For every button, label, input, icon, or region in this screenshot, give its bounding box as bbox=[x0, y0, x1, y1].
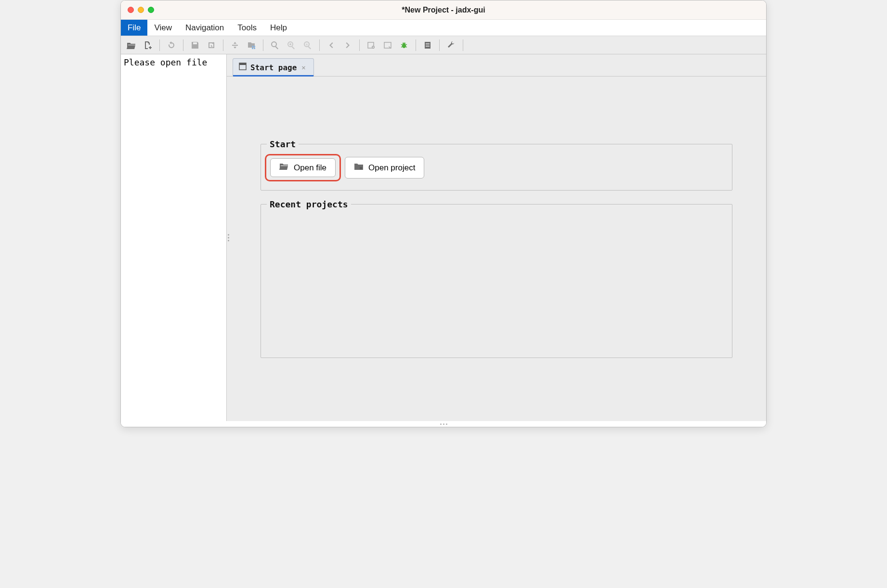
tab-start-page[interactable]: Start page ✕ bbox=[233, 58, 314, 76]
menu-file[interactable]: File bbox=[121, 20, 147, 36]
add-files-icon[interactable] bbox=[140, 38, 156, 52]
close-window-button[interactable] bbox=[128, 7, 134, 13]
reload-icon[interactable] bbox=[164, 38, 179, 52]
maximize-window-button[interactable] bbox=[148, 7, 154, 13]
window-title: *New Project - jadx-gui bbox=[402, 6, 485, 14]
open-file-highlight: Open file bbox=[265, 154, 341, 181]
toolbar-separator bbox=[263, 39, 263, 51]
app-window: *New Project - jadx-gui File View Naviga… bbox=[120, 0, 767, 427]
minimize-window-button[interactable] bbox=[138, 7, 144, 13]
tab-label: Start page bbox=[250, 63, 297, 72]
svg-point-11 bbox=[402, 43, 406, 48]
deobfuscate-icon[interactable] bbox=[364, 38, 379, 52]
search-comment-icon[interactable] bbox=[300, 38, 315, 52]
svg-rect-14 bbox=[239, 63, 246, 65]
open-file-button[interactable]: Open file bbox=[270, 158, 336, 177]
resize-handle-bottom[interactable] bbox=[121, 421, 766, 427]
log-icon[interactable] bbox=[420, 38, 435, 52]
settings-icon[interactable] bbox=[444, 38, 459, 52]
search-icon[interactable] bbox=[267, 38, 283, 52]
toolbar-separator bbox=[223, 39, 223, 51]
traffic-lights bbox=[128, 7, 154, 13]
svg-point-4 bbox=[272, 42, 276, 47]
toolbar-separator bbox=[183, 39, 183, 51]
start-section: Start Open file bbox=[261, 139, 732, 191]
forward-icon[interactable] bbox=[340, 38, 355, 52]
toolbar-separator bbox=[416, 39, 416, 51]
export-icon[interactable] bbox=[204, 38, 219, 52]
open-project-label: Open project bbox=[368, 163, 415, 173]
titlebar: *New Project - jadx-gui bbox=[121, 0, 766, 20]
toolbar-separator bbox=[159, 39, 160, 51]
folder-open-icon bbox=[279, 163, 289, 173]
svg-rect-0 bbox=[252, 46, 253, 47]
flatten-packages-icon[interactable] bbox=[244, 38, 259, 52]
back-icon[interactable] bbox=[324, 38, 339, 52]
open-file-label: Open file bbox=[294, 163, 326, 173]
close-tab-icon[interactable]: ✕ bbox=[300, 64, 306, 71]
svg-rect-3 bbox=[254, 48, 255, 49]
content-area: Start page ✕ Start Open file bbox=[227, 54, 766, 421]
sync-icon[interactable] bbox=[227, 38, 243, 52]
open-file-icon[interactable] bbox=[124, 38, 139, 52]
start-section-legend: Start bbox=[267, 139, 299, 149]
toolbar-separator bbox=[463, 39, 463, 51]
folder-project-icon bbox=[354, 163, 364, 173]
split-handle[interactable] bbox=[228, 234, 229, 242]
open-project-button[interactable]: Open project bbox=[345, 157, 424, 179]
svg-point-6 bbox=[289, 43, 291, 45]
save-icon[interactable] bbox=[187, 38, 203, 52]
search-class-icon[interactable] bbox=[284, 38, 299, 52]
main-body: Please open file Start page ✕ Start bbox=[121, 54, 766, 421]
svg-rect-1 bbox=[254, 46, 255, 47]
sidebar-placeholder: Please open file bbox=[121, 54, 226, 70]
debug-icon[interactable] bbox=[396, 38, 412, 52]
svg-rect-2 bbox=[252, 48, 253, 49]
menubar: File View Navigation Tools Help bbox=[121, 20, 766, 36]
recent-projects-section: Recent projects bbox=[261, 199, 732, 358]
menu-help[interactable]: Help bbox=[263, 20, 294, 36]
menu-navigation[interactable]: Navigation bbox=[179, 20, 231, 36]
recent-projects-legend: Recent projects bbox=[267, 199, 351, 209]
svg-rect-15 bbox=[360, 167, 362, 169]
quark-icon[interactable] bbox=[380, 38, 395, 52]
menu-tools[interactable]: Tools bbox=[231, 20, 263, 36]
toolbar-separator bbox=[359, 39, 360, 51]
toolbar-separator bbox=[319, 39, 320, 51]
toolbar-separator bbox=[439, 39, 440, 51]
tab-icon bbox=[239, 63, 247, 72]
menu-view[interactable]: View bbox=[147, 20, 179, 36]
toolbar bbox=[121, 36, 766, 54]
tabstrip: Start page ✕ bbox=[227, 54, 766, 77]
start-page: Start Open file bbox=[227, 77, 766, 421]
project-tree-sidebar: Please open file bbox=[121, 54, 227, 421]
